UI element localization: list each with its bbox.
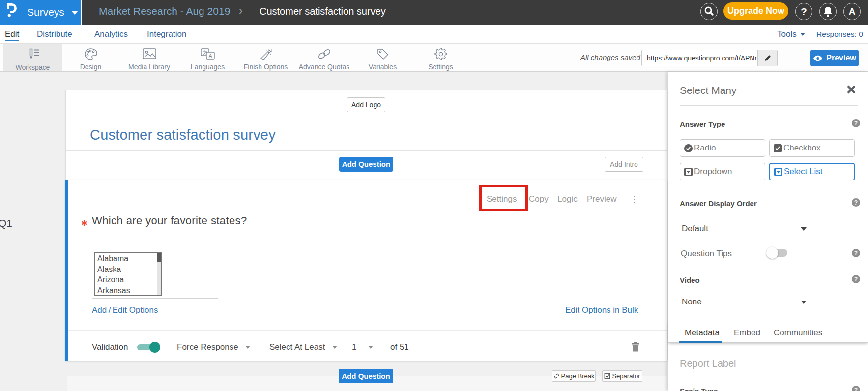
svg-text:?: ? (854, 120, 858, 127)
svg-text:?: ? (854, 199, 858, 206)
svg-text:?: ? (854, 276, 858, 283)
svg-text:?: ? (854, 250, 858, 257)
svg-text:?: ? (854, 387, 858, 391)
svg-text:A: A (208, 53, 212, 59)
